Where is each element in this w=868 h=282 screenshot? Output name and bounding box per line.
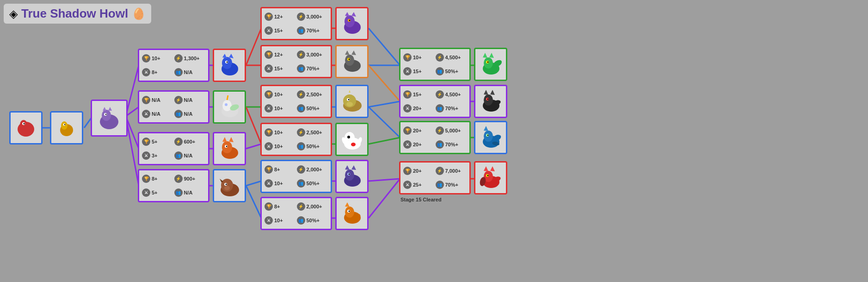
svg-marker-64	[229, 137, 234, 142]
svg-point-94	[351, 143, 356, 146]
svg-point-102	[348, 173, 350, 175]
svg-marker-99	[345, 165, 350, 170]
col3-stats2: 🏆N/A ⚡N/A ⚔N/A 👥N/A	[138, 90, 209, 124]
svg-line-27	[369, 107, 400, 138]
col4-mon4	[335, 123, 369, 156]
svg-marker-100	[351, 165, 356, 170]
svg-marker-76	[351, 12, 356, 17]
svg-point-66	[226, 145, 227, 147]
col3-s2-team: N/A	[184, 111, 193, 117]
page-title: True Shadow Howl	[21, 6, 128, 21]
col0-mon1	[9, 111, 43, 144]
col3-s2-speed: N/A	[184, 97, 193, 103]
svg-line-13	[246, 144, 261, 149]
svg-point-42	[64, 124, 65, 125]
sprite-col5-mon1	[477, 50, 505, 78]
svg-line-15	[246, 186, 261, 218]
col3-s3-speed: 600+	[184, 139, 196, 144]
col5-stats3: 🏆20+ ⚡5,000+ ⚔20+ 👥70%+	[399, 121, 471, 154]
svg-marker-132	[484, 166, 488, 171]
svg-point-38	[24, 123, 25, 125]
col4-stats6: 🏆8+ ⚡2,000+ ⚔10+ 👥50%+	[260, 197, 332, 230]
col4-mon3	[335, 85, 369, 118]
svg-point-54	[226, 61, 228, 63]
svg-point-84	[348, 58, 350, 60]
svg-point-87	[346, 102, 353, 107]
col3-s4-team: N/A	[184, 190, 193, 195]
svg-line-14	[246, 181, 261, 186]
svg-point-78	[349, 19, 350, 21]
title-diamond-icon: ◈	[9, 7, 18, 20]
svg-point-114	[487, 61, 488, 63]
svg-line-4	[126, 116, 139, 149]
svg-marker-63	[222, 137, 227, 142]
col2-mon1	[91, 100, 128, 137]
sprite-col4-mon6	[338, 200, 366, 227]
svg-line-2	[126, 65, 139, 116]
col4-mon5	[335, 160, 369, 193]
col3-s1-team: N/A	[184, 69, 193, 75]
col5-stats2: 🏆15+ ⚡4,500+ ⚔20+ 👥70%+	[399, 85, 471, 118]
col3-s4-power: 5+	[152, 190, 158, 195]
sprite-col5-mon2	[477, 88, 505, 115]
svg-marker-51	[222, 54, 227, 58]
svg-marker-52	[229, 54, 234, 58]
col4-mon6	[335, 197, 369, 230]
svg-point-107	[348, 210, 350, 212]
col3-mon3	[213, 132, 246, 165]
svg-marker-118	[484, 90, 488, 95]
svg-marker-112	[489, 53, 494, 58]
sprite-col4-mon3	[338, 88, 366, 115]
svg-marker-45	[103, 107, 106, 111]
svg-point-69	[224, 186, 230, 190]
svg-marker-105	[345, 202, 350, 207]
sprite-col3-mon4	[215, 172, 243, 200]
sprite-col5-mon4	[477, 164, 505, 192]
col4-mon1	[335, 7, 369, 40]
svg-line-10	[246, 28, 261, 65]
col3-mon4	[213, 169, 246, 202]
col3-s1-speed: 1,300+	[184, 56, 200, 61]
svg-line-23	[369, 28, 400, 65]
title-bar: ◈ True Shadow Howl 🥚	[4, 4, 151, 24]
svg-line-30	[369, 179, 400, 218]
svg-line-25	[369, 65, 400, 101]
svg-point-127	[487, 134, 488, 136]
col1-mon1	[50, 111, 83, 144]
col4-stats5: 🏆8+ ⚡2,000+ ⚔10+ 👥50%+	[260, 160, 332, 193]
svg-line-28	[369, 138, 400, 144]
svg-marker-125	[484, 126, 488, 131]
col4-stats4: 🏆10+ ⚡2,500+ ⚔10+ 👥50%+	[260, 123, 332, 156]
col5-mon2	[474, 85, 507, 118]
col3-stats4: 🏆8+ ⚡900+ ⚔5+ 👥N/A	[138, 169, 209, 202]
sprite-col3-mon1	[215, 51, 243, 79]
col3-mon1	[213, 49, 246, 82]
col3-s4-trophy: 8+	[152, 176, 158, 182]
col4-stats2: 🏆12+ ⚡3,000+ ⚔15+ 👥70%+	[260, 45, 332, 78]
col3-mon2	[213, 90, 246, 124]
svg-line-16	[246, 107, 261, 144]
col3-s2-power: N/A	[152, 111, 160, 117]
sprite-col5-mon3	[477, 124, 505, 151]
svg-line-5	[126, 116, 139, 186]
col5-mon1	[474, 48, 507, 81]
svg-point-135	[487, 175, 488, 176]
sprite-col4-mon1	[338, 10, 366, 38]
col3-stats3: 🏆5+ ⚡600+ ⚔3+ 👥N/A	[138, 132, 209, 165]
col3-s2-trophy: N/A	[152, 97, 160, 103]
svg-marker-111	[483, 53, 487, 58]
col4-mon2	[335, 45, 369, 78]
sprite-col3-mon2	[215, 93, 243, 121]
sprite-col4-mon4	[338, 125, 366, 153]
col4-stats3: 🏆10+ ⚡2,500+ ⚔10+ 👥50%+	[260, 85, 332, 118]
svg-point-59	[225, 103, 228, 106]
svg-point-121	[487, 98, 488, 100]
svg-marker-119	[490, 90, 495, 95]
col5-mon3	[474, 121, 507, 154]
sprite-col1-mon1	[53, 114, 80, 142]
svg-line-58	[227, 95, 228, 100]
svg-marker-82	[351, 50, 356, 55]
col4-stats1: 🏆12+ ⚡3,000+ ⚔15+ 👥70%+	[260, 7, 332, 40]
svg-line-26	[369, 101, 400, 107]
sprite-col3-mon3	[215, 135, 243, 163]
